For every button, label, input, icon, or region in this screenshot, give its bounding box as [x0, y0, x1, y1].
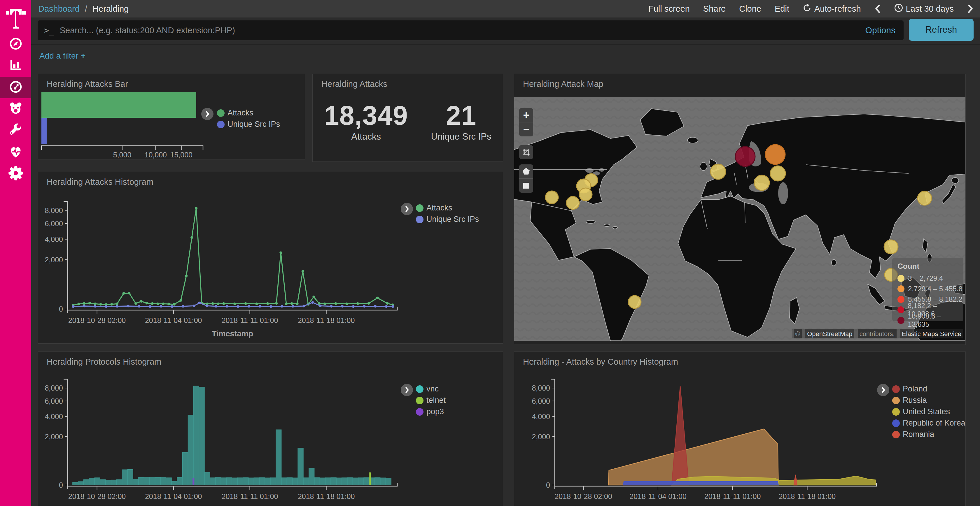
legend-item[interactable]: Russia [892, 396, 927, 405]
sidebar-item-dashboard[interactable] [0, 77, 31, 98]
map-fit-bounds-button[interactable] [519, 145, 533, 159]
compass-icon [8, 36, 23, 52]
map-marker-united-states[interactable] [566, 197, 579, 209]
legend-swatch [416, 204, 423, 212]
legend-swatch [892, 408, 900, 416]
map-legend-item: 3 – 2,729.4 [897, 273, 963, 284]
map-marker-russia[interactable] [765, 144, 785, 164]
map-zoom-in-button[interactable]: + [519, 108, 533, 122]
legend-swatch [416, 397, 423, 404]
gauge-icon [8, 79, 23, 95]
map-zoom-out-button[interactable]: − [519, 122, 533, 136]
panel-title: Heralding Protocols Histogram [47, 357, 161, 367]
map-marker-ukraine[interactable] [770, 166, 786, 181]
legend-item[interactable]: telnet [416, 396, 445, 405]
svg-text:6,000: 6,000 [45, 397, 63, 405]
legend-expand-icon[interactable] [877, 384, 889, 396]
sidebar-item-visualize[interactable] [0, 55, 31, 77]
svg-text:0: 0 [546, 481, 550, 489]
panel-heralding-attack-map: Heralding Attack Map [514, 74, 966, 345]
heartbeat-icon [8, 144, 24, 160]
legend-item[interactable]: Poland [892, 384, 927, 393]
metric-attacks: 18,349 Attacks [324, 100, 408, 142]
legend-item[interactable]: United States [892, 407, 950, 416]
svg-text:2018-11-11 01:00: 2018-11-11 01:00 [222, 316, 278, 324]
svg-text:2018-10-28 02:00: 2018-10-28 02:00 [554, 492, 612, 500]
map-marker-united-states[interactable] [546, 191, 558, 204]
query-bar: >_ Options Refresh [31, 17, 980, 44]
svg-text:2018-11-04 01:00: 2018-11-04 01:00 [145, 492, 202, 500]
time-forward-button[interactable] [967, 4, 974, 14]
map-fit-control [519, 145, 533, 159]
svg-text:2018-10-28 02:00: 2018-10-28 02:00 [68, 492, 126, 500]
search-input[interactable] [59, 25, 865, 36]
sidebar-item-devtools[interactable] [0, 120, 31, 141]
legend-label: Republic of Korea [903, 419, 966, 428]
panel-title: Heralding Attacks [321, 79, 387, 89]
legend-item[interactable]: vnc [416, 384, 439, 393]
map-draw-rectangle-button[interactable] [519, 178, 533, 193]
legend-label: telnet [426, 396, 445, 405]
legend-item[interactable]: Republic of Korea [892, 419, 966, 428]
legend-label: vnc [426, 384, 439, 393]
svg-text:6,000: 6,000 [45, 219, 63, 228]
svg-text:2018-11-04 01:00: 2018-11-04 01:00 [145, 316, 202, 324]
map-marker-poland[interactable] [735, 147, 755, 167]
full-screen-button[interactable]: Full screen [648, 4, 690, 14]
share-button[interactable]: Share [703, 4, 725, 14]
time-back-button[interactable] [874, 4, 881, 14]
svg-text:2018-11-04 01:00: 2018-11-04 01:00 [629, 492, 687, 500]
svg-text:8,000: 8,000 [45, 384, 63, 392]
panel-title: Heralding Attacks Bar [47, 79, 128, 89]
map-marker-france[interactable] [711, 164, 725, 179]
svg-text:2018-11-18 01:00: 2018-11-18 01:00 [298, 492, 355, 500]
query-options-link[interactable]: Options [865, 25, 896, 35]
map-draw-polygon-button[interactable] [519, 164, 533, 178]
world-map[interactable]: + − Count 3 – 2,729.4 2,729.4 – 5,455.8 … [514, 97, 966, 341]
map-legend-item: 10,908.6 – 13,635 [897, 315, 963, 325]
country-histogram-chart: 02,0004,0006,0008,0002018-10-28 02:00201… [514, 352, 966, 506]
time-range-picker[interactable]: Last 30 days [894, 3, 954, 14]
map-marker-republic-of-korea[interactable] [918, 191, 932, 205]
auto-refresh-button[interactable]: Auto-refresh [803, 3, 861, 14]
edit-button[interactable]: Edit [775, 4, 789, 14]
openstreetmap-link[interactable]: OpenStreetMap [805, 329, 854, 338]
legend-item[interactable]: Attacks [217, 108, 253, 117]
svg-text:2018-11-11 01:00: 2018-11-11 01:00 [705, 492, 761, 500]
breadcrumb-dashboard-link[interactable]: Dashboard [38, 4, 80, 13]
legend-item[interactable]: pop3 [416, 407, 444, 416]
legend-expand-icon[interactable] [401, 203, 413, 215]
search-box: >_ Options [38, 21, 904, 40]
svg-text:2018-11-11 01:00: 2018-11-11 01:00 [222, 492, 278, 500]
svg-text:2,000: 2,000 [532, 433, 550, 441]
refresh-button[interactable]: Refresh [909, 19, 974, 41]
map-marker-romania[interactable] [754, 175, 769, 190]
clone-button[interactable]: Clone [739, 4, 761, 14]
sidebar-item-monitoring[interactable] [0, 141, 31, 163]
legend-item[interactable]: Unique Src IPs [416, 215, 479, 224]
legend-swatch [892, 397, 900, 404]
legend-expand-icon[interactable] [401, 384, 413, 396]
legend-expand-icon[interactable] [201, 108, 213, 120]
legend-swatch [416, 408, 423, 416]
svg-text:4,000: 4,000 [532, 412, 550, 420]
legend-item[interactable]: Unique Src IPs [217, 120, 280, 129]
sidebar-item-discover[interactable] [0, 33, 31, 55]
legend-item[interactable]: Attacks [416, 203, 452, 213]
legend-swatch [892, 419, 900, 427]
svg-text:5,000: 5,000 [113, 151, 132, 159]
legend-item[interactable]: Romania [892, 430, 934, 439]
elastic-maps-service-link[interactable]: Elastic Maps Service [900, 329, 963, 338]
map-marker-brazil[interactable] [628, 295, 641, 308]
wrench-icon [8, 122, 23, 139]
map-legend-title: Count [897, 262, 963, 271]
add-filter-link[interactable]: Add a filter + [40, 51, 86, 60]
sidebar-item-management[interactable] [0, 163, 31, 184]
map-marker-united-states[interactable] [579, 188, 592, 201]
plus-icon: + [81, 51, 86, 60]
sidebar-item-tpot[interactable] [0, 98, 31, 120]
legend-label: Unique Src IPs [426, 215, 479, 224]
legend-swatch [892, 385, 900, 393]
svg-text:15,000: 15,000 [170, 151, 192, 159]
map-marker-vietnam[interactable] [884, 240, 898, 254]
